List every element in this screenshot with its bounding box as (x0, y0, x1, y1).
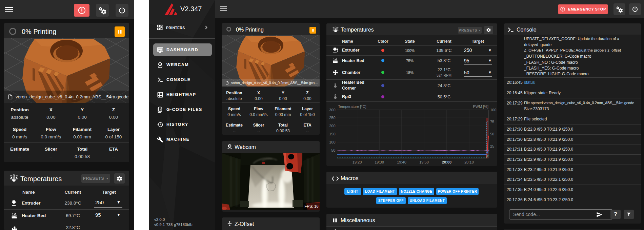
svg-text:100: 100 (329, 140, 335, 144)
svg-text:75: 75 (490, 120, 494, 124)
svg-text:100: 100 (490, 108, 496, 112)
svg-text:19:30: 19:30 (375, 160, 384, 164)
svg-text:19:50: 19:50 (419, 160, 429, 164)
svg-text:300: 300 (329, 108, 335, 112)
svg-text:50: 50 (490, 132, 494, 136)
svg-text:19:40: 19:40 (397, 160, 406, 164)
svg-text:20:10: 20:10 (464, 160, 474, 164)
svg-text:150: 150 (329, 132, 335, 136)
svg-text:25: 25 (490, 144, 494, 148)
svg-text:200: 200 (329, 124, 335, 128)
svg-text:50: 50 (331, 148, 335, 152)
svg-text:19:20: 19:20 (353, 160, 362, 164)
svg-text:PWM [%]: PWM [%] (473, 104, 488, 109)
svg-text:Temperature [°C]: Temperature [°C] (338, 104, 366, 109)
svg-text:250: 250 (329, 116, 335, 120)
svg-text:20:00: 20:00 (442, 160, 451, 164)
